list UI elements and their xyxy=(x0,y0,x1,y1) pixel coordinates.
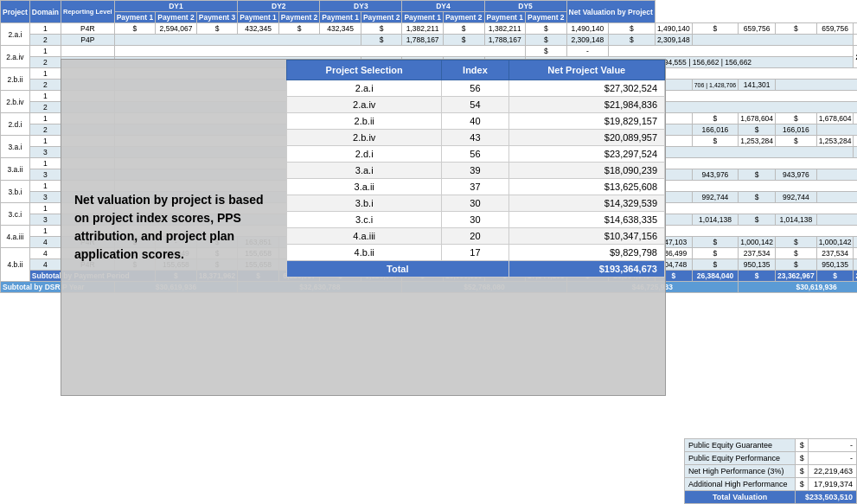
header-reporting: Reporting Level xyxy=(61,1,115,23)
header-dy1: DY1 xyxy=(114,1,238,12)
cell: 1,014,138 xyxy=(692,214,739,226)
domain-cell: 1 xyxy=(29,158,61,169)
dy2-p2: Payment 2 xyxy=(278,12,320,23)
modal-project-cell: 3.a.ii xyxy=(287,179,442,195)
modal-header-row: Project Selection Index Net Project Valu… xyxy=(287,61,665,80)
header-dy4: DY4 xyxy=(402,1,484,12)
cell: 237,534 xyxy=(739,248,776,259)
cell: $ xyxy=(739,169,776,181)
dy3-p1: Payment 1 xyxy=(320,12,361,23)
cell: 659,756 xyxy=(739,23,776,35)
modal-project-cell: 4.a.iii xyxy=(287,228,442,245)
modal-index-cell: 37 xyxy=(442,179,508,195)
col-project-selection: Project Selection xyxy=(287,61,442,80)
table-row: 2.a.iv 1 $ - 21,984,836 xyxy=(1,46,858,57)
ahp-label: Additional High Performance xyxy=(685,478,796,491)
modal-overlay: Net valuation by project is based on pro… xyxy=(61,59,666,396)
domain-cell: 1 xyxy=(29,23,61,35)
cell: $ xyxy=(776,259,817,271)
header-project: Project xyxy=(1,1,30,23)
cell xyxy=(692,35,854,46)
dy1-p3: Payment 3 xyxy=(196,12,238,23)
modal-project-cell: 2.d.i xyxy=(287,146,442,163)
domain-cell: 1 xyxy=(29,91,61,102)
cell: $ xyxy=(854,248,857,259)
header-dy2: DY2 xyxy=(238,1,320,12)
summary-table: Public Equity Guarantee $ - Public Equit… xyxy=(684,438,857,504)
modal-project-cell: 4.b.ii xyxy=(287,245,442,261)
summary-row: Net High Performance (3%) $ 22,219,463 xyxy=(685,465,857,478)
modal-value-cell: $13,625,608 xyxy=(508,179,664,195)
cell: $ xyxy=(739,214,776,226)
header-domain: Domain xyxy=(29,1,61,23)
cell: $ xyxy=(361,35,402,46)
project-cell: 3.b.i xyxy=(1,181,30,203)
cell: 992,744 xyxy=(776,192,817,203)
ahp-amount: 17,919,374 xyxy=(808,478,856,491)
project-cell: 4.a.iii xyxy=(1,226,30,248)
domain-cell: 1 xyxy=(29,181,61,192)
cell: 1,000,142 xyxy=(739,237,776,248)
cell: $ xyxy=(692,23,739,35)
cell: 1,382,211 xyxy=(484,23,526,35)
cell: 1,788,167 xyxy=(484,35,526,46)
dy5-p2: Payment 2 xyxy=(526,12,567,23)
project-cell: 4.b.ii xyxy=(1,248,30,282)
cell xyxy=(816,124,857,136)
modal-table-row: 3.a.i39$18,090,239 xyxy=(287,163,665,179)
domain-cell: 2 xyxy=(29,102,61,113)
nhp-value: $ xyxy=(796,465,809,478)
nhp-label: Net High Performance (3%) xyxy=(685,465,796,478)
modal-value-cell: $21,984,836 xyxy=(508,97,664,113)
domain-cell: 3 xyxy=(29,214,61,226)
domain-cell: 3 xyxy=(29,192,61,203)
peg-amount: - xyxy=(808,439,856,452)
summary-row: Public Equity Performance $ - xyxy=(685,452,857,465)
modal-project-cell: 3.a.i xyxy=(287,163,442,179)
cell: $ xyxy=(692,248,739,259)
cell xyxy=(114,46,525,57)
domain-cell: 4 xyxy=(29,248,61,259)
dy1-p2: Payment 2 xyxy=(156,12,197,23)
modal-value-cell: $10,347,156 xyxy=(508,228,664,245)
summary-row: Public Equity Guarantee $ - xyxy=(685,439,857,452)
modal-project-cell: 2.a.i xyxy=(287,80,442,97)
cell: $ xyxy=(609,23,656,35)
cell: 1,382,211 xyxy=(402,23,444,35)
dy3-p2: Payment 2 xyxy=(361,12,402,23)
cell: 1,253,284 xyxy=(739,136,776,147)
ahp-value: $ xyxy=(796,478,809,491)
domain-cell: 4 xyxy=(29,237,61,248)
modal-description-panel: Net valuation by project is based on pro… xyxy=(61,60,286,395)
table-row: 2.a.i 1 P4R $ 2,594,067 $ 432,345 $ 432,… xyxy=(1,23,858,35)
domain-cell: 1 xyxy=(29,226,61,237)
domain-cell: 2 xyxy=(29,57,61,68)
modal-table-row: 3.b.i30$14,329,539 xyxy=(287,195,665,212)
cell: 950,135 xyxy=(739,259,776,271)
modal-table-row: 2.d.i56$23,297,524 xyxy=(287,146,665,163)
cell: 992,744 xyxy=(692,192,739,203)
peg-label: Public Equity Guarantee xyxy=(685,439,796,452)
cell: $ xyxy=(692,113,739,124)
project-cell: 3.a.ii xyxy=(1,158,30,181)
modal-table-row: 2.b.ii40$19,829,157 xyxy=(287,113,665,130)
cell: 432,345 xyxy=(238,23,279,35)
domain-cell: 2 xyxy=(29,35,61,46)
cell: 943,976 xyxy=(776,169,817,181)
col-index: Index xyxy=(442,61,508,80)
cell: 1,253,284 xyxy=(816,136,854,147)
project-cell: 2.b.ii xyxy=(1,68,30,91)
cell: $30,619,936 xyxy=(739,282,857,293)
level-cell: P4R xyxy=(61,23,115,35)
total-valuation-row: Total Valuation $233,503,510 xyxy=(685,491,857,504)
domain-cell: 3 xyxy=(29,147,61,158)
modal-project-cell: 2.b.iv xyxy=(287,130,442,146)
header-dy5: DY5 xyxy=(484,1,566,12)
modal-value-cell: $20,089,957 xyxy=(508,130,664,146)
cell: $ xyxy=(196,23,238,35)
domain-cell: 1 xyxy=(29,113,61,124)
domain-cell: 3 xyxy=(29,169,61,181)
modal-project-cell: 3.c.i xyxy=(287,212,442,228)
modal-index-cell: 56 xyxy=(442,80,508,97)
project-selection-table: Project Selection Index Net Project Valu… xyxy=(286,60,665,278)
